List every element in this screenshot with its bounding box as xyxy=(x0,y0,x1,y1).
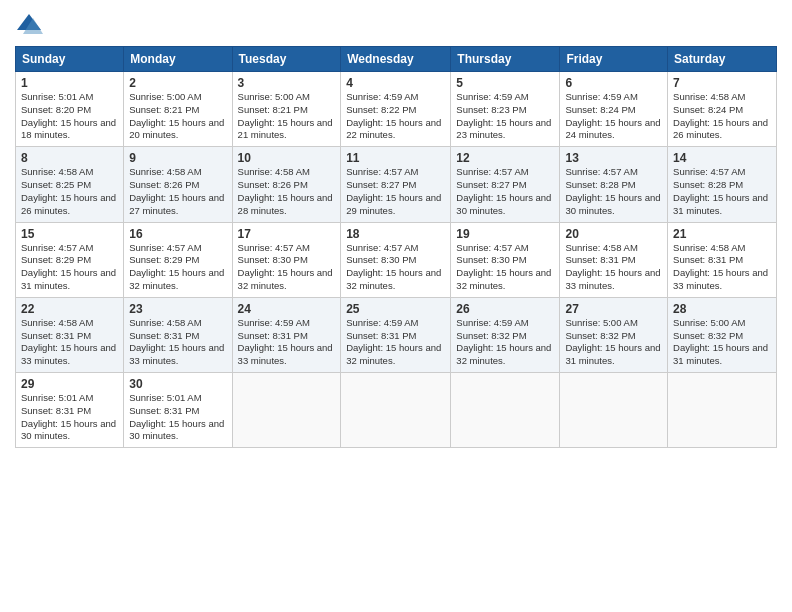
logo xyxy=(15,10,47,38)
day-info: Sunrise: 4:57 AMSunset: 8:30 PMDaylight:… xyxy=(238,242,336,293)
day-info: Sunrise: 5:00 AMSunset: 8:32 PMDaylight:… xyxy=(565,317,662,368)
day-cell xyxy=(668,373,777,448)
week-row-3: 15 Sunrise: 4:57 AMSunset: 8:29 PMDaylig… xyxy=(16,222,777,297)
day-cell: 6 Sunrise: 4:59 AMSunset: 8:24 PMDayligh… xyxy=(560,72,668,147)
day-cell: 23 Sunrise: 4:58 AMSunset: 8:31 PMDaylig… xyxy=(124,297,232,372)
day-cell: 20 Sunrise: 4:58 AMSunset: 8:31 PMDaylig… xyxy=(560,222,668,297)
day-cell: 27 Sunrise: 5:00 AMSunset: 8:32 PMDaylig… xyxy=(560,297,668,372)
logo-icon xyxy=(15,10,43,38)
day-info: Sunrise: 4:58 AMSunset: 8:24 PMDaylight:… xyxy=(673,91,771,142)
day-number: 20 xyxy=(565,227,662,241)
day-number: 24 xyxy=(238,302,336,316)
day-info: Sunrise: 4:57 AMSunset: 8:27 PMDaylight:… xyxy=(346,166,445,217)
day-number: 11 xyxy=(346,151,445,165)
day-cell: 1 Sunrise: 5:01 AMSunset: 8:20 PMDayligh… xyxy=(16,72,124,147)
day-info: Sunrise: 4:58 AMSunset: 8:31 PMDaylight:… xyxy=(21,317,118,368)
day-number: 15 xyxy=(21,227,118,241)
day-number: 29 xyxy=(21,377,118,391)
day-info: Sunrise: 4:57 AMSunset: 8:29 PMDaylight:… xyxy=(21,242,118,293)
day-cell: 4 Sunrise: 4:59 AMSunset: 8:22 PMDayligh… xyxy=(341,72,451,147)
day-cell: 30 Sunrise: 5:01 AMSunset: 8:31 PMDaylig… xyxy=(124,373,232,448)
day-info: Sunrise: 5:00 AMSunset: 8:21 PMDaylight:… xyxy=(129,91,226,142)
day-number: 16 xyxy=(129,227,226,241)
day-number: 10 xyxy=(238,151,336,165)
day-info: Sunrise: 4:57 AMSunset: 8:28 PMDaylight:… xyxy=(565,166,662,217)
week-row-2: 8 Sunrise: 4:58 AMSunset: 8:25 PMDayligh… xyxy=(16,147,777,222)
day-cell xyxy=(451,373,560,448)
day-cell: 19 Sunrise: 4:57 AMSunset: 8:30 PMDaylig… xyxy=(451,222,560,297)
day-cell: 7 Sunrise: 4:58 AMSunset: 8:24 PMDayligh… xyxy=(668,72,777,147)
day-cell: 22 Sunrise: 4:58 AMSunset: 8:31 PMDaylig… xyxy=(16,297,124,372)
day-cell: 17 Sunrise: 4:57 AMSunset: 8:30 PMDaylig… xyxy=(232,222,341,297)
day-info: Sunrise: 4:58 AMSunset: 8:31 PMDaylight:… xyxy=(565,242,662,293)
day-cell: 26 Sunrise: 4:59 AMSunset: 8:32 PMDaylig… xyxy=(451,297,560,372)
day-cell: 3 Sunrise: 5:00 AMSunset: 8:21 PMDayligh… xyxy=(232,72,341,147)
day-number: 14 xyxy=(673,151,771,165)
day-number: 12 xyxy=(456,151,554,165)
day-cell xyxy=(560,373,668,448)
day-cell: 25 Sunrise: 4:59 AMSunset: 8:31 PMDaylig… xyxy=(341,297,451,372)
week-row-1: 1 Sunrise: 5:01 AMSunset: 8:20 PMDayligh… xyxy=(16,72,777,147)
day-cell: 21 Sunrise: 4:58 AMSunset: 8:31 PMDaylig… xyxy=(668,222,777,297)
day-number: 5 xyxy=(456,76,554,90)
day-number: 18 xyxy=(346,227,445,241)
day-info: Sunrise: 4:58 AMSunset: 8:26 PMDaylight:… xyxy=(129,166,226,217)
day-number: 30 xyxy=(129,377,226,391)
day-cell: 29 Sunrise: 5:01 AMSunset: 8:31 PMDaylig… xyxy=(16,373,124,448)
day-info: Sunrise: 4:59 AMSunset: 8:22 PMDaylight:… xyxy=(346,91,445,142)
day-info: Sunrise: 4:57 AMSunset: 8:30 PMDaylight:… xyxy=(346,242,445,293)
day-cell: 16 Sunrise: 4:57 AMSunset: 8:29 PMDaylig… xyxy=(124,222,232,297)
day-cell: 18 Sunrise: 4:57 AMSunset: 8:30 PMDaylig… xyxy=(341,222,451,297)
day-info: Sunrise: 4:58 AMSunset: 8:31 PMDaylight:… xyxy=(129,317,226,368)
day-cell: 28 Sunrise: 5:00 AMSunset: 8:32 PMDaylig… xyxy=(668,297,777,372)
day-cell: 12 Sunrise: 4:57 AMSunset: 8:27 PMDaylig… xyxy=(451,147,560,222)
weekday-header-row: SundayMondayTuesdayWednesdayThursdayFrid… xyxy=(16,47,777,72)
weekday-header-friday: Friday xyxy=(560,47,668,72)
day-cell: 9 Sunrise: 4:58 AMSunset: 8:26 PMDayligh… xyxy=(124,147,232,222)
day-info: Sunrise: 5:01 AMSunset: 8:20 PMDaylight:… xyxy=(21,91,118,142)
day-info: Sunrise: 4:59 AMSunset: 8:24 PMDaylight:… xyxy=(565,91,662,142)
day-number: 7 xyxy=(673,76,771,90)
day-number: 4 xyxy=(346,76,445,90)
day-info: Sunrise: 4:57 AMSunset: 8:30 PMDaylight:… xyxy=(456,242,554,293)
day-info: Sunrise: 5:00 AMSunset: 8:21 PMDaylight:… xyxy=(238,91,336,142)
day-cell xyxy=(232,373,341,448)
weekday-header-thursday: Thursday xyxy=(451,47,560,72)
page: SundayMondayTuesdayWednesdayThursdayFrid… xyxy=(0,0,792,612)
day-number: 21 xyxy=(673,227,771,241)
day-info: Sunrise: 4:57 AMSunset: 8:27 PMDaylight:… xyxy=(456,166,554,217)
week-row-5: 29 Sunrise: 5:01 AMSunset: 8:31 PMDaylig… xyxy=(16,373,777,448)
day-cell xyxy=(341,373,451,448)
day-info: Sunrise: 4:59 AMSunset: 8:32 PMDaylight:… xyxy=(456,317,554,368)
day-info: Sunrise: 5:00 AMSunset: 8:32 PMDaylight:… xyxy=(673,317,771,368)
day-number: 22 xyxy=(21,302,118,316)
weekday-header-sunday: Sunday xyxy=(16,47,124,72)
day-number: 19 xyxy=(456,227,554,241)
day-number: 1 xyxy=(21,76,118,90)
day-number: 26 xyxy=(456,302,554,316)
day-number: 13 xyxy=(565,151,662,165)
day-number: 17 xyxy=(238,227,336,241)
day-info: Sunrise: 5:01 AMSunset: 8:31 PMDaylight:… xyxy=(21,392,118,443)
day-info: Sunrise: 4:57 AMSunset: 8:29 PMDaylight:… xyxy=(129,242,226,293)
day-info: Sunrise: 4:57 AMSunset: 8:28 PMDaylight:… xyxy=(673,166,771,217)
day-cell: 2 Sunrise: 5:00 AMSunset: 8:21 PMDayligh… xyxy=(124,72,232,147)
weekday-header-monday: Monday xyxy=(124,47,232,72)
day-info: Sunrise: 4:58 AMSunset: 8:26 PMDaylight:… xyxy=(238,166,336,217)
day-number: 25 xyxy=(346,302,445,316)
weekday-header-tuesday: Tuesday xyxy=(232,47,341,72)
day-number: 2 xyxy=(129,76,226,90)
header xyxy=(15,10,777,38)
week-row-4: 22 Sunrise: 4:58 AMSunset: 8:31 PMDaylig… xyxy=(16,297,777,372)
day-number: 28 xyxy=(673,302,771,316)
day-number: 6 xyxy=(565,76,662,90)
day-info: Sunrise: 4:59 AMSunset: 8:31 PMDaylight:… xyxy=(346,317,445,368)
day-info: Sunrise: 4:58 AMSunset: 8:25 PMDaylight:… xyxy=(21,166,118,217)
day-cell: 24 Sunrise: 4:59 AMSunset: 8:31 PMDaylig… xyxy=(232,297,341,372)
day-info: Sunrise: 4:59 AMSunset: 8:31 PMDaylight:… xyxy=(238,317,336,368)
day-cell: 13 Sunrise: 4:57 AMSunset: 8:28 PMDaylig… xyxy=(560,147,668,222)
day-number: 9 xyxy=(129,151,226,165)
day-number: 27 xyxy=(565,302,662,316)
day-number: 23 xyxy=(129,302,226,316)
day-info: Sunrise: 5:01 AMSunset: 8:31 PMDaylight:… xyxy=(129,392,226,443)
